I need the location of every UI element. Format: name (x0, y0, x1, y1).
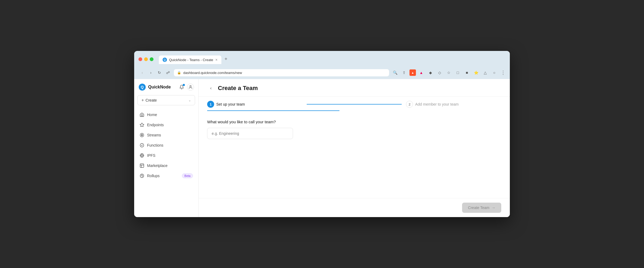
create-team-button[interactable]: Create Team → (462, 203, 501, 213)
sidebar-item-functions[interactable]: Functions (134, 140, 198, 150)
quicknode-logo-icon: Q (138, 83, 146, 91)
sidebar-item-streams-label: Streams (147, 133, 161, 137)
step-2-label: Add member to your team (415, 102, 459, 106)
forward-nav-button[interactable]: › (147, 69, 155, 76)
create-team-btn-label: Create Team (468, 206, 489, 210)
notification-dot (183, 84, 185, 86)
nav-section: Home Endpoints (134, 110, 198, 181)
sidebar-item-home-label: Home (147, 113, 157, 117)
sidebar-item-marketplace-label: Marketplace (147, 163, 167, 168)
active-tab[interactable]: Q QuickNode - Teams - Create × (159, 55, 221, 64)
step-1-label: Set up your team (216, 102, 245, 106)
app-layout: Q QuickNode (134, 79, 510, 217)
tab-title: QuickNode - Teams - Create (169, 58, 213, 62)
step-divider-active (307, 104, 402, 105)
extension-icon-2[interactable]: ◇ (436, 69, 443, 76)
logo-text: QuickNode (148, 85, 171, 90)
back-nav-button[interactable]: ‹ (138, 69, 146, 76)
marketplace-icon (140, 163, 144, 168)
create-button[interactable]: + Create ⌄ (137, 95, 195, 105)
page-back-button[interactable]: ‹ (207, 84, 215, 92)
browser-nav-bar: ‹ › ↻ ☍ 🔒 dashboard.quicknode.com/teams/… (138, 67, 506, 79)
browser-chrome: Q QuickNode - Teams - Create × + ‹ › ↻ ☍… (134, 51, 510, 79)
zoom-button[interactable]: 🔍 (391, 69, 399, 76)
svg-point-8 (141, 155, 143, 156)
traffic-lights (138, 57, 153, 61)
ipfs-icon (140, 153, 144, 158)
step-1: 1 Set up your team (207, 101, 302, 108)
browser-tabs: Q QuickNode - Teams - Create × + (159, 54, 230, 64)
create-plus-icon: + (141, 98, 144, 103)
content-footer: Create Team → (199, 198, 510, 217)
sidebar-item-streams[interactable]: Streams (134, 130, 198, 140)
extension-icon-8[interactable]: ○ (491, 69, 498, 76)
extension-icon-1[interactable]: ◆ (427, 69, 434, 76)
sidebar-header: Q QuickNode (134, 83, 198, 95)
stepper: 1 Set up your team 2 Add member to your … (207, 101, 501, 108)
rollups-beta-badge: Beta (182, 173, 193, 178)
browser-window: Q QuickNode - Teams - Create × + ‹ › ↻ ☍… (134, 51, 510, 217)
browser-actions: 🔍 ⇧ ▲ ▲ ◆ ◇ ☆ □ ■ ⭐ △ ○ ⋮ (391, 69, 506, 76)
svg-point-2 (190, 85, 191, 87)
sidebar-item-rollups[interactable]: Rollups Beta (134, 171, 198, 181)
logo-area: Q QuickNode (138, 83, 171, 91)
svg-marker-3 (140, 123, 144, 127)
extension-icon-7[interactable]: △ (481, 69, 489, 76)
home-icon (140, 112, 144, 117)
rollups-icon (140, 173, 144, 178)
page-header: ‹ Create a Team (199, 79, 510, 96)
create-button-left: + Create (141, 98, 157, 103)
create-label: Create (145, 98, 157, 102)
step-1-number: 1 (207, 101, 214, 108)
svg-point-14 (140, 174, 144, 178)
new-tab-button[interactable]: + (221, 54, 231, 64)
traffic-light-green[interactable] (150, 57, 153, 61)
nav-buttons: ‹ › ↻ ☍ (138, 69, 172, 76)
sidebar: Q QuickNode (134, 79, 199, 217)
page-title: Create a Team (218, 85, 258, 92)
browser-top-bar: Q QuickNode - Teams - Create × + (138, 54, 506, 64)
sidebar-item-endpoints[interactable]: Endpoints (134, 120, 198, 130)
sidebar-item-endpoints-label: Endpoints (147, 123, 164, 127)
form-area: What would you like to call your team? (199, 111, 510, 198)
browser-menu-button[interactable]: ⋮ (501, 70, 506, 76)
create-team-arrow-icon: → (492, 206, 495, 210)
user-avatar-button[interactable] (187, 84, 194, 91)
functions-icon (140, 143, 144, 148)
address-bar-lock-icon: 🔒 (177, 71, 181, 75)
notifications-button[interactable] (178, 84, 185, 90)
svg-text:Q: Q (141, 85, 144, 89)
step-2-number: 2 (406, 101, 413, 108)
form-question-label: What would you like to call your team? (207, 120, 501, 124)
extension-icon-3[interactable]: ☆ (445, 69, 452, 76)
step-2: 2 Add member to your team (406, 101, 501, 108)
sidebar-item-marketplace[interactable]: Marketplace (134, 161, 198, 171)
address-bar[interactable]: 🔒 dashboard.quicknode.com/teams/new (174, 69, 389, 76)
brave-shield-icon[interactable]: ▲ (409, 69, 416, 76)
svg-rect-13 (140, 164, 144, 168)
bookmark-button[interactable]: ☍ (164, 69, 172, 76)
tab-favicon: Q (163, 58, 167, 62)
endpoints-icon (140, 122, 144, 127)
share-button[interactable]: ⇧ (400, 69, 408, 76)
extension-icon-6[interactable]: ⭐ (472, 69, 480, 76)
brave-rewards-icon[interactable]: ▲ (418, 69, 425, 76)
sidebar-item-ipfs-label: IPFS (147, 153, 155, 158)
reload-button[interactable]: ↻ (156, 69, 163, 76)
stepper-container: 1 Set up your team 2 Add member to your … (199, 101, 510, 111)
sidebar-item-functions-label: Functions (147, 143, 163, 147)
create-chevron-icon: ⌄ (188, 98, 191, 102)
extension-icon-4[interactable]: □ (454, 69, 462, 76)
sidebar-item-rollups-label: Rollups (147, 174, 160, 178)
sidebar-item-ipfs[interactable]: IPFS (134, 150, 198, 161)
url-text: dashboard.quicknode.com/teams/new (183, 71, 386, 75)
sidebar-icons (178, 84, 194, 91)
extension-icon-5[interactable]: ■ (463, 69, 471, 76)
traffic-light-red[interactable] (138, 57, 142, 61)
tab-close-button[interactable]: × (215, 58, 218, 62)
traffic-light-yellow[interactable] (144, 57, 148, 61)
streams-icon (140, 133, 144, 137)
sidebar-item-home[interactable]: Home (134, 110, 198, 120)
team-name-input[interactable] (207, 128, 293, 139)
main-content: ‹ Create a Team 1 Set up your team 2 Add… (199, 79, 510, 217)
